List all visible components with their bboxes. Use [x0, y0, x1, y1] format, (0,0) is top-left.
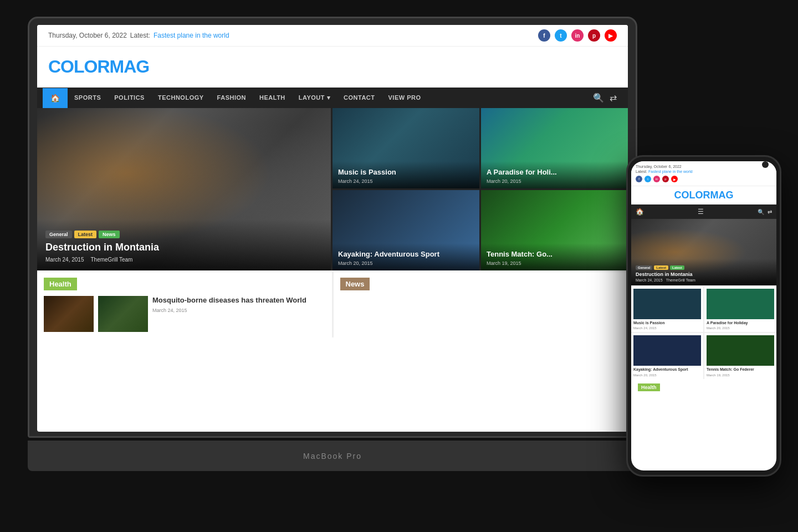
topbar-social: f t in p ▶ [538, 29, 617, 42]
phone-nav: 🏠 ☰ 🔍 ⇄ [631, 204, 776, 219]
instagram-icon[interactable]: in [571, 29, 584, 42]
paradise-post-date: March 20, 2015 [487, 178, 622, 184]
sections-row: Health Mosquito-borne diseases has threa… [37, 270, 628, 337]
phone-health-section: Health [631, 379, 776, 396]
violin-post-date: March 24, 2015 [338, 178, 474, 184]
main-post-title: Destruction in Montania [45, 242, 323, 253]
site-logo: COLORMAG [48, 57, 617, 77]
main-post-date: March 24, 2015 [45, 257, 84, 263]
search-icon[interactable]: 🔍 [593, 93, 604, 103]
nav-viewpro[interactable]: VIEW PRO [382, 88, 428, 108]
kayak-post-date: March 20, 2015 [338, 260, 474, 266]
phone-title-kayak: Kayaking: Adventurous Sport [633, 367, 701, 372]
phone-screen: Thursday, October 6, 2022 Latest: Fastes… [631, 161, 776, 470]
main-post-meta: March 24, 2015 ThemeGrill Team [45, 257, 323, 263]
news-section: News [334, 272, 628, 337]
phone-home-icon[interactable]: 🏠 [636, 208, 644, 216]
phone-article-music[interactable]: Music is Passion March 24, 2015 [631, 287, 703, 332]
news-section-title: News [340, 278, 370, 290]
nav-sports[interactable]: SPORTS [68, 88, 108, 108]
health-section: Health Mosquito-borne diseases has threa… [37, 272, 332, 337]
health-article[interactable]: Mosquito-borne diseases has threaten Wor… [44, 296, 325, 332]
featured-violin-post[interactable]: Music is Passion March 24, 2015 [332, 108, 479, 188]
shuffle-icon[interactable]: ⇄ [610, 93, 617, 103]
phone-article-tennis[interactable]: Tennis Match: Go Federer March 19, 2015 [704, 333, 776, 378]
nav-health[interactable]: HEALTH [253, 88, 292, 108]
topbar-latest-link[interactable]: Fastest plane in the world [154, 32, 229, 39]
pinterest-icon[interactable]: p [588, 29, 600, 42]
phone-thumb-paradise [707, 289, 774, 319]
youtube-icon[interactable]: ▶ [605, 29, 617, 42]
health-section-title: Health [44, 278, 77, 290]
featured-kayak-post[interactable]: Kayaking: Adventurous Sport March 20, 20… [332, 190, 479, 270]
phone-latest-link[interactable]: Fastest plane in the world [648, 170, 693, 173]
phone-article-paradise[interactable]: A Paradise for Holiday March 20, 2015 [704, 287, 776, 332]
featured-paradise-post[interactable]: A Paradise for Holi... March 20, 2015 [481, 108, 628, 188]
laptop-brand: MacBook Pro [303, 452, 362, 461]
paradise-overlay: A Paradise for Holi... March 20, 2015 [481, 161, 628, 188]
nav-contact[interactable]: CONTACT [337, 88, 381, 108]
kayak-overlay: Kayaking: Adventurous Sport March 20, 20… [332, 243, 479, 270]
scene: Thursday, October 6, 2022 Latest: Fastes… [0, 0, 798, 532]
phone-search-icon[interactable]: 🔍 [758, 209, 764, 215]
logo-part2: MAG [110, 57, 150, 76]
nav-layout[interactable]: LAYOUT ▾ [292, 88, 337, 108]
featured-grid: General Latest News Destruction in Monta… [37, 108, 628, 270]
phone-title-paradise: A Paradise for Holiday [707, 321, 774, 325]
phone-twitter-icon[interactable]: t [644, 176, 651, 182]
phone-meta-kayak: March 20, 2015 [633, 374, 701, 377]
tennis-post-date: March 19, 2015 [487, 260, 622, 266]
phone-nav-icons: 🔍 ⇄ [758, 209, 772, 215]
phone-meta-tennis: March 19, 2015 [707, 374, 774, 377]
phone-meta-music: March 24, 2015 [633, 326, 701, 330]
paradise-post-title: A Paradise for Holi... [487, 168, 622, 176]
nav-items: SPORTS POLITICS TECHNOLOGY FASHION HEALT… [68, 88, 587, 108]
featured-tennis-post[interactable]: Tennis Match: Go... March 19, 2015 [481, 190, 628, 270]
nav-fashion[interactable]: FASHION [211, 88, 253, 108]
tennis-post-title: Tennis Match: Go... [487, 250, 622, 258]
phone-featured-date: March 24, 2015 [636, 278, 663, 282]
badge-latest[interactable]: Latest [74, 231, 97, 238]
badge-news[interactable]: News [99, 231, 120, 238]
phone-thumb-tennis [707, 335, 774, 366]
nav-technology[interactable]: TECHNOLOGY [151, 88, 211, 108]
featured-main-post[interactable]: General Latest News Destruction in Monta… [37, 108, 331, 270]
phone-featured-title: Destruction in Montania [636, 272, 772, 277]
topbar-left: Thursday, October 6, 2022 Latest: Fastes… [48, 32, 229, 39]
phone-articles-grid: Music is Passion March 24, 2015 A Paradi… [631, 285, 776, 379]
twitter-icon[interactable]: t [555, 29, 567, 42]
health-article-info: Mosquito-borne diseases has threaten Wor… [152, 296, 306, 313]
phone-shuffle-icon[interactable]: ⇄ [768, 209, 772, 215]
nav-politics[interactable]: POLITICS [108, 88, 151, 108]
phone-main-overlay: General Latest Latest Destruction in Mon… [631, 259, 776, 285]
main-post-author: ThemeGrill Team [91, 257, 133, 263]
badge-general[interactable]: General [45, 231, 72, 238]
logo-part1: COLOR [48, 57, 110, 76]
nav-home-icon[interactable]: 🏠 [43, 88, 68, 108]
phone-featured-meta: March 24, 2015 ThemeGrill Team [636, 278, 772, 282]
phone-pinterest-icon[interactable]: p [662, 176, 669, 182]
phone-menu-icon[interactable]: ☰ [698, 208, 704, 216]
health-article-date: March 24, 2015 [152, 308, 306, 313]
health-article-title: Mosquito-borne diseases has threaten Wor… [152, 296, 306, 305]
nav-icons: 🔍 ⇄ [587, 93, 622, 103]
phone-article-kayak[interactable]: Kayaking: Adventurous Sport March 20, 20… [631, 333, 703, 378]
laptop-screen: Thursday, October 6, 2022 Latest: Fastes… [37, 25, 628, 432]
site-topbar: Thursday, October 6, 2022 Latest: Fastes… [37, 25, 628, 47]
laptop-body: Thursday, October 6, 2022 Latest: Fastes… [28, 17, 637, 438]
phone-instagram-icon[interactable]: in [653, 176, 660, 182]
phone-meta-paradise: March 20, 2015 [707, 326, 774, 330]
facebook-icon[interactable]: f [538, 29, 550, 42]
mosquito-image [98, 296, 148, 332]
violin-overlay: Music is Passion March 24, 2015 [332, 161, 479, 188]
phone-logo-part2: MAG [710, 190, 734, 201]
phone-youtube-icon[interactable]: ▶ [671, 176, 678, 182]
article-mosquito-thumb [98, 296, 148, 332]
main-overlay: General Latest News Destruction in Monta… [37, 219, 331, 270]
article-coffee-thumb [44, 296, 94, 332]
site-nav: 🏠 SPORTS POLITICS TECHNOLOGY FASHION HEA… [37, 88, 628, 108]
phone-featured[interactable]: General Latest Latest Destruction in Mon… [631, 219, 776, 285]
phone-facebook-icon[interactable]: f [636, 176, 642, 182]
site-header: COLORMAG [37, 47, 628, 88]
phone-topbar: Thursday, October 6, 2022 Latest: Fastes… [631, 161, 776, 186]
